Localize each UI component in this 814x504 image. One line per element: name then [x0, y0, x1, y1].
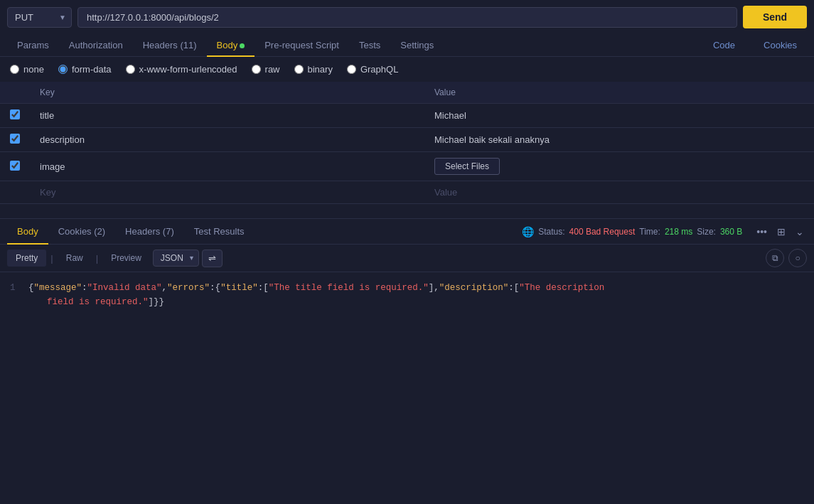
filter-button[interactable]: ⇌	[202, 250, 223, 267]
response-tab-cookies[interactable]: Cookies (2)	[48, 219, 115, 244]
send-button[interactable]: Send	[743, 6, 807, 28]
nav-tabs: Params Authorization Headers (11) Body P…	[0, 34, 814, 57]
row-description-key: description	[30, 128, 424, 152]
format-tab-raw[interactable]: Raw	[58, 250, 92, 267]
table-row: image Select Files	[0, 152, 814, 181]
body-type-row: none form-data x-www-form-urlencoded raw…	[0, 57, 814, 82]
select-files-button[interactable]: Select Files	[434, 158, 500, 175]
search-button[interactable]: ○	[788, 249, 807, 267]
radio-form-data[interactable]: form-data	[58, 64, 112, 75]
row-description-value: Michael baik sekali anaknya	[424, 128, 814, 152]
size-label: Size:	[697, 227, 716, 237]
globe-icon: 🌐	[522, 226, 534, 237]
tab-authorization[interactable]: Authorization	[59, 34, 133, 56]
empty-row-check-cell	[0, 181, 30, 204]
row-title-key: title	[30, 104, 424, 128]
divider1: |	[49, 253, 54, 264]
size-value: 360 B	[720, 227, 742, 237]
row-image-checkbox[interactable]	[10, 161, 20, 171]
radio-urlencoded[interactable]: x-www-form-urlencoded	[126, 64, 237, 75]
response-tab-test-results[interactable]: Test Results	[184, 219, 255, 244]
form-table: Key Value title Michael description	[0, 82, 814, 204]
table-header-row: Key Value	[0, 82, 814, 104]
row-title-checkbox[interactable]	[10, 109, 20, 119]
tab-tests[interactable]: Tests	[349, 34, 390, 56]
radio-none[interactable]: none	[10, 64, 44, 75]
empty-row-key[interactable]: Key	[30, 181, 424, 204]
json-format-select[interactable]: JSON XML HTML Text	[153, 250, 199, 267]
status-code-badge: 400 Bad Request	[569, 227, 636, 237]
time-label: Time:	[639, 227, 660, 237]
tab-body[interactable]: Body	[207, 34, 255, 56]
row-title-check-cell	[0, 104, 30, 128]
time-value: 218 ms	[665, 227, 692, 237]
more-options-button[interactable]: •••	[754, 223, 770, 240]
row-title-value: Michael	[424, 104, 814, 128]
expand-button[interactable]: ⌄	[793, 223, 807, 240]
json-wrapper: JSON XML HTML Text ▼	[153, 250, 199, 267]
radio-graphql[interactable]: GraphQL	[347, 64, 398, 75]
empty-row-value[interactable]: Value	[424, 181, 814, 204]
method-select[interactable]: PUT GET POST DELETE PATCH	[7, 7, 72, 28]
table-row: title Michael	[0, 104, 814, 128]
nav-right: Code Cookies	[703, 34, 807, 56]
table-row: description Michael baik sekali anaknya	[0, 128, 814, 152]
divider2: |	[95, 253, 100, 264]
json-line-1: {"message":"Invalid data","errors":{"tit…	[28, 281, 804, 295]
radio-binary[interactable]: binary	[294, 64, 333, 75]
tab-params[interactable]: Params	[7, 34, 59, 56]
tab-settings[interactable]: Settings	[390, 34, 444, 56]
row-image-value: Select Files	[424, 152, 814, 181]
response-tab-headers[interactable]: Headers (7)	[115, 219, 184, 244]
response-status: 🌐 Status: 400 Bad Request Time: 218 ms S…	[522, 223, 807, 240]
response-tab-body[interactable]: Body	[7, 219, 48, 244]
method-wrapper: PUT GET POST DELETE PATCH ▼	[7, 7, 72, 28]
tab-headers[interactable]: Headers (11)	[133, 34, 207, 56]
top-bar: PUT GET POST DELETE PATCH ▼ Send	[0, 0, 814, 34]
row-image-check-cell	[0, 152, 30, 181]
link-code[interactable]: Code	[703, 34, 745, 56]
url-input[interactable]	[77, 7, 737, 28]
response-tabs-bar: Body Cookies (2) Headers (7) Test Result…	[0, 219, 814, 245]
format-bar-right: ⧉ ○	[766, 249, 807, 267]
json-output: 1 {"message":"Invalid data","errors":{"t…	[0, 272, 814, 318]
body-active-dot	[240, 43, 245, 48]
layout-button[interactable]: ⊞	[774, 223, 788, 240]
radio-raw[interactable]: raw	[252, 64, 280, 75]
col-header-check	[0, 82, 30, 104]
row-image-key: image	[30, 152, 424, 181]
col-header-key: Key	[30, 82, 424, 104]
tab-pre-request[interactable]: Pre-request Script	[255, 34, 349, 56]
copy-button[interactable]: ⧉	[766, 249, 784, 267]
table-row-empty: Key Value	[0, 181, 814, 204]
row-desc-check-cell	[0, 128, 30, 152]
format-bar: Pretty | Raw | Preview JSON XML HTML Tex…	[0, 245, 814, 272]
col-header-value: Value	[424, 82, 814, 104]
response-toolbar: ••• ⊞ ⌄	[754, 223, 807, 240]
line-number-1: 1	[10, 281, 16, 295]
json-line-2: field is required."]}}	[28, 295, 804, 309]
row-description-checkbox[interactable]	[10, 134, 20, 144]
link-cookies[interactable]: Cookies	[754, 34, 807, 56]
response-section: Body Cookies (2) Headers (7) Test Result…	[0, 218, 814, 318]
format-tab-preview[interactable]: Preview	[102, 250, 150, 267]
status-label: Status:	[538, 227, 564, 237]
format-tab-pretty[interactable]: Pretty	[7, 250, 46, 267]
